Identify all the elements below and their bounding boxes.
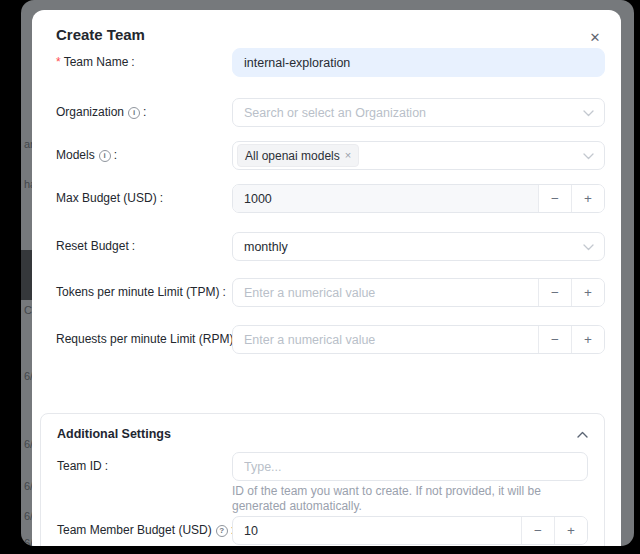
chevron-down-icon <box>583 110 594 117</box>
additional-settings-title: Additional Settings <box>57 424 171 444</box>
member-budget-label-text: Team Member Budget (USD) <box>57 516 212 545</box>
field-row-models: Models i : All openai models × <box>56 141 605 170</box>
additional-settings-panel: Additional Settings Team ID : <box>40 413 605 546</box>
max-budget-input[interactable] <box>233 185 538 212</box>
decrement-button[interactable]: − <box>538 279 571 306</box>
info-icon: i <box>99 150 111 162</box>
decrement-button[interactable]: − <box>538 326 571 353</box>
organization-placeholder: Search or select an Organization <box>244 106 426 120</box>
organization-label-text: Organization <box>56 98 124 127</box>
team-id-help-text: ID of the team you want to create. If no… <box>232 484 588 514</box>
tpm-stepper: − + <box>232 278 605 307</box>
organization-select[interactable]: Search or select an Organization <box>232 98 605 127</box>
models-label: Models i : <box>56 141 232 170</box>
field-row-team-id: Team ID : ID of the team you want to cre… <box>57 452 588 514</box>
field-row-rpm: Requests per minute Limit (RPM) : − + <box>56 325 605 354</box>
field-row-reset-budget: Reset Budget : monthly <box>56 232 605 261</box>
reset-budget-label-text: Reset Budget <box>56 232 129 261</box>
team-name-label: * Team Name : <box>56 48 232 77</box>
chevron-down-icon <box>583 153 594 160</box>
field-row-team-name: * Team Name : <box>56 48 605 77</box>
create-team-modal: Create Team ✕ * Team Name : <box>32 10 621 546</box>
reset-budget-value: monthly <box>244 240 288 254</box>
chevron-down-icon <box>583 244 594 251</box>
increment-button[interactable]: + <box>571 326 604 353</box>
organization-label: Organization i : <box>56 98 232 127</box>
modal-header: Create Team ✕ <box>32 10 621 45</box>
label-colon: : <box>114 141 117 170</box>
tpm-label-text: Tokens per minute Limit (TPM) <box>56 278 219 307</box>
max-budget-stepper: − + <box>232 184 605 213</box>
label-colon: : <box>222 278 225 307</box>
rpm-label: Requests per minute Limit (RPM) : <box>56 325 232 354</box>
rpm-stepper: − + <box>232 325 605 354</box>
model-tag-label: All openai models <box>245 149 340 163</box>
field-row-member-budget: Team Member Budget (USD) ? : − + <box>57 516 588 545</box>
team-name-label-text: Team Name <box>64 48 129 77</box>
reset-budget-label: Reset Budget : <box>56 232 232 261</box>
member-budget-input[interactable] <box>233 517 521 544</box>
tpm-label: Tokens per minute Limit (TPM) : <box>56 278 232 307</box>
decrement-button[interactable]: − <box>521 517 554 544</box>
modal-body: * Team Name : Organization i : <box>32 45 621 546</box>
team-id-input[interactable] <box>232 452 588 481</box>
modal-title: Create Team <box>56 24 597 45</box>
label-colon: : <box>160 184 163 213</box>
close-icon: ✕ <box>590 30 601 45</box>
label-colon: : <box>143 98 146 127</box>
required-asterisk: * <box>56 48 61 77</box>
field-row-organization: Organization i : Search or select an Org… <box>56 98 605 127</box>
chevron-up-icon <box>577 431 588 438</box>
member-budget-stepper: − + <box>232 516 588 545</box>
max-budget-label: Max Budget (USD) : <box>56 184 232 213</box>
team-id-label-text: Team ID <box>57 452 102 481</box>
help-icon: ? <box>216 525 228 537</box>
field-row-max-budget: Max Budget (USD) : − + <box>56 184 605 213</box>
screenshot-canvas: am har Cre 6/2 6/2 6/2 6/1 6/1 Create Te… <box>0 0 640 554</box>
team-name-input[interactable] <box>232 48 605 77</box>
label-colon: : <box>131 48 134 77</box>
rpm-label-text: Requests per minute Limit (RPM) <box>56 325 233 354</box>
app-window: am har Cre 6/2 6/2 6/2 6/1 6/1 Create Te… <box>21 0 634 546</box>
increment-button[interactable]: + <box>554 517 587 544</box>
max-budget-label-text: Max Budget (USD) <box>56 184 157 213</box>
models-label-text: Models <box>56 141 95 170</box>
tpm-input[interactable] <box>233 279 538 306</box>
info-icon: i <box>128 107 140 119</box>
additional-settings-toggle[interactable]: Additional Settings <box>57 424 588 444</box>
team-id-label: Team ID : <box>57 452 232 481</box>
models-select[interactable]: All openai models × <box>232 141 605 170</box>
field-row-tpm: Tokens per minute Limit (TPM) : − + <box>56 278 605 307</box>
close-button[interactable]: ✕ <box>586 28 604 46</box>
decrement-button[interactable]: − <box>538 185 571 212</box>
increment-button[interactable]: + <box>571 185 604 212</box>
label-colon: : <box>132 232 135 261</box>
rpm-input[interactable] <box>233 326 538 353</box>
reset-budget-select[interactable]: monthly <box>232 232 605 261</box>
model-tag: All openai models × <box>237 144 359 167</box>
remove-tag-icon[interactable]: × <box>345 150 351 161</box>
member-budget-label: Team Member Budget (USD) ? : <box>57 516 232 545</box>
increment-button[interactable]: + <box>571 279 604 306</box>
label-colon: : <box>105 452 108 481</box>
